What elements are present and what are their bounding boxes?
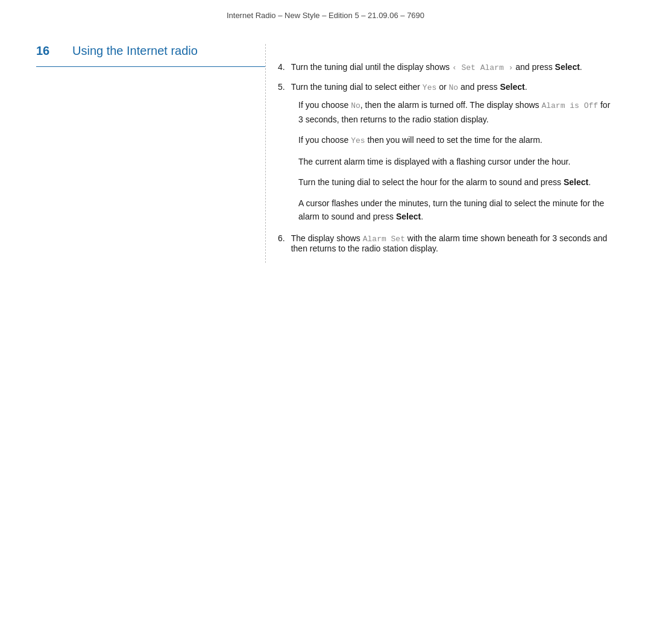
sub-para-3: The current alarm time is displayed with… xyxy=(298,155,615,168)
step-4-number: 4. xyxy=(278,62,285,72)
sub-para-1: If you choose No, then the alarm is turn… xyxy=(298,98,615,126)
sub-para-4: Turn the tuning dial to select the hour … xyxy=(298,175,615,189)
sub-para-1-alarm-off: Alarm is Off xyxy=(541,101,598,110)
right-column: 4. Turn the tuning dial until the displa… xyxy=(265,44,615,263)
divider-line xyxy=(36,66,265,67)
step-4-select: Select xyxy=(555,62,580,72)
step-4-content: Turn the tuning dial until the display s… xyxy=(291,62,582,72)
chapter-title: Using the Internet radio xyxy=(72,44,198,58)
step-4-mono: ‹ Set Alarm › xyxy=(452,63,513,72)
sub-paragraphs: If you choose No, then the alarm is turn… xyxy=(298,98,615,224)
chapter-header: 16 Using the Internet radio xyxy=(36,44,265,63)
step-5-mono-yes: Yes xyxy=(423,83,436,92)
content-area: 4. Turn the tuning dial until the displa… xyxy=(278,50,615,253)
sub-para-5: A cursor flashes under the minutes, turn… xyxy=(298,197,615,224)
page-header: Internet Radio – New Style – Edition 5 –… xyxy=(0,0,651,26)
header-text: Internet Radio – New Style – Edition 5 –… xyxy=(227,11,424,20)
step-5-select: Select xyxy=(500,82,524,92)
step-5-content: Turn the tuning dial to select either Ye… xyxy=(291,82,527,92)
sub-para-2: If you choose Yes then you will need to … xyxy=(298,133,615,148)
sub-para-4-select: Select xyxy=(564,177,588,187)
sub-para-1-no: No xyxy=(351,101,360,110)
step-5-number: 5. xyxy=(278,82,285,92)
sub-para-2-yes: Yes xyxy=(351,136,365,145)
sub-para-5-select: Select xyxy=(396,212,421,221)
step-6-number: 6. xyxy=(278,233,285,253)
step-6-content: The display shows Alarm Set with the ala… xyxy=(291,233,615,253)
step-5: 5. Turn the tuning dial to select either… xyxy=(278,82,615,224)
step-6: 6. The display shows Alarm Set with the … xyxy=(278,233,615,253)
step-5-mono-no: No xyxy=(449,83,459,92)
step-4: 4. Turn the tuning dial until the displa… xyxy=(278,62,615,72)
left-column: 16 Using the Internet radio xyxy=(36,44,265,263)
step-6-mono: Alarm Set xyxy=(363,235,405,244)
chapter-number: 16 xyxy=(36,44,60,58)
